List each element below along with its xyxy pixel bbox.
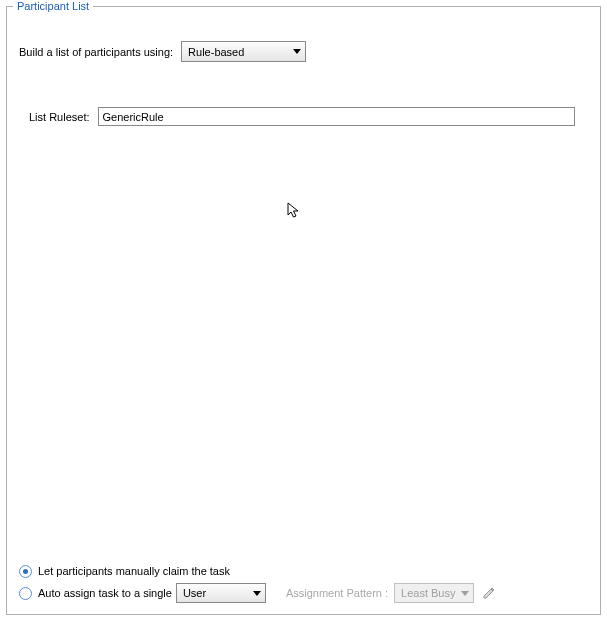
- auto-assign-option[interactable]: Auto assign task to a single: [19, 587, 172, 600]
- chevron-down-icon: [253, 591, 261, 596]
- auto-assign-row: Auto assign task to a single User Assign…: [19, 582, 588, 604]
- cursor-icon: [287, 202, 301, 224]
- chevron-down-icon: [293, 49, 301, 54]
- assignment-pattern-select: Least Busy: [394, 583, 474, 603]
- radio-icon: [19, 565, 32, 578]
- pencil-icon: [482, 586, 496, 600]
- edit-pattern-button[interactable]: [482, 586, 496, 600]
- build-row: Build a list of participants using: Rule…: [19, 41, 306, 62]
- radio-icon: [19, 587, 32, 600]
- manual-claim-option[interactable]: Let participants manually claim the task: [19, 560, 588, 582]
- auto-assign-label: Auto assign task to a single: [38, 587, 172, 599]
- assignment-pattern-value: Least Busy: [401, 587, 455, 599]
- assignment-options: Let participants manually claim the task…: [19, 560, 588, 604]
- assignment-pattern-label: Assignment Pattern :: [286, 587, 388, 599]
- auto-assign-target-select[interactable]: User: [176, 583, 266, 603]
- participant-list-groupbox: Participant List Build a list of partici…: [6, 6, 601, 615]
- build-method-value: Rule-based: [188, 46, 244, 58]
- build-label: Build a list of participants using:: [19, 46, 173, 58]
- ruleset-input[interactable]: [98, 107, 575, 126]
- auto-assign-target-value: User: [183, 587, 206, 599]
- chevron-down-icon: [461, 591, 469, 596]
- manual-claim-label: Let participants manually claim the task: [38, 565, 230, 577]
- build-method-select[interactable]: Rule-based: [181, 41, 306, 62]
- ruleset-row: List Ruleset:: [29, 107, 575, 126]
- groupbox-title: Participant List: [13, 0, 93, 12]
- ruleset-label: List Ruleset:: [29, 111, 90, 123]
